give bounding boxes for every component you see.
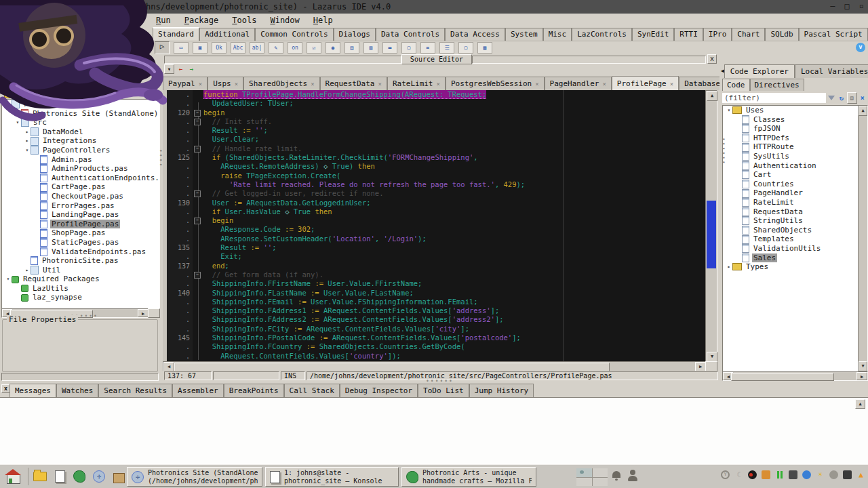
palette-tab-sqldb[interactable]: SQLdb — [765, 28, 798, 41]
collapse-icon[interactable]: ▾ — [14, 118, 21, 127]
tray-settings-tray-icon[interactable] — [829, 470, 838, 479]
uses-item-stringutils[interactable]: StringUtils — [723, 216, 859, 226]
tree-item-admin-pas[interactable]: Admin.pas — [2, 155, 159, 165]
palette-tab-ipro[interactable]: IPro — [703, 28, 732, 41]
tray-media-pause-icon[interactable] — [775, 470, 784, 479]
taskbar-task-1-johns-slate[interactable]: 1: johns@slate -photronic_site — Konsole — [265, 467, 399, 487]
component-icon-16[interactable]: ▢ — [458, 42, 473, 54]
tray-clipboard-icon[interactable] — [762, 470, 770, 479]
palette-tab-data-controls[interactable]: Data Controls — [376, 28, 445, 41]
scroll-up-icon[interactable]: ▲ — [855, 399, 865, 409]
documents-icon[interactable] — [52, 467, 68, 486]
bottom-tab-jump-history[interactable]: Jump History — [469, 384, 534, 397]
scroll-down-icon[interactable]: ▼ — [859, 361, 867, 371]
scrollbar-thumb[interactable] — [707, 201, 716, 268]
palette-tab-lazcontrols[interactable]: LazControls — [572, 28, 632, 41]
tree-item-staticpages-pas[interactable]: StaticPages.pas — [2, 238, 159, 247]
expand-icon[interactable]: ▸ — [24, 266, 31, 275]
uses-vscrollbar[interactable]: ▲ ▼ — [858, 105, 868, 372]
navigate-forward-icon[interactable]: → — [187, 65, 196, 73]
bottom-tab-debug-inspector[interactable]: Debug Inspector — [340, 384, 418, 397]
palette-tab-system[interactable]: System — [505, 28, 543, 41]
desktop-1[interactable] — [576, 468, 592, 477]
tree-item-landingpage-pas[interactable]: LandingPage.pas — [2, 210, 159, 220]
menu-package[interactable]: Package — [179, 14, 224, 26]
bottom-tab-call-stack[interactable]: Call Stack — [284, 384, 340, 397]
scroll-up-icon[interactable]: ▲ — [859, 106, 867, 116]
close-icon[interactable]: ▫ — [859, 1, 864, 11]
bottom-tab-assembler[interactable]: Assembler — [172, 384, 224, 397]
refresh-icon[interactable]: ↻ — [837, 93, 846, 103]
unit-dropdown-icon[interactable]: ▾ — [164, 64, 174, 74]
tree-item-laz-synapse[interactable]: laz_synapse — [2, 293, 159, 302]
bottom-tab-messages[interactable]: Messages — [9, 384, 56, 397]
uses-item-templates[interactable]: Templates — [723, 235, 859, 244]
palette-tab-additional[interactable]: Additional — [199, 28, 255, 41]
palette-tab-synedit[interactable]: SynEdit — [632, 28, 674, 41]
tree-item-integrations[interactable]: ▸Integrations — [2, 136, 159, 146]
component-icon-6[interactable]: ✎ — [269, 42, 283, 54]
fold-column[interactable]: − — [193, 189, 203, 198]
close-tab-icon[interactable]: × — [535, 81, 538, 87]
desktop-4[interactable] — [593, 478, 608, 487]
tree-item-files[interactable]: ▾Files — [2, 100, 159, 109]
filter-funnel-icon[interactable] — [827, 93, 836, 103]
home-button[interactable] — [2, 467, 24, 486]
taskbar-task-photronic-arts-unique[interactable]: Photronic Arts - uniquehandmade crafts —… — [401, 467, 536, 487]
code-editor[interactable]: .function TProfilePage.HandleFormChangeS… — [163, 90, 705, 361]
scrollbar-thumb[interactable] — [731, 373, 834, 381]
palette-tab-dialogs[interactable]: Dialogs — [334, 28, 376, 41]
tray-volume-icon[interactable] — [789, 470, 797, 479]
uses-hscrollbar[interactable]: ◀ ▶ — [722, 371, 868, 381]
uses-item-httproute[interactable]: HTTPRoute — [723, 142, 859, 152]
palette-overflow-chevron-icon[interactable]: v — [856, 43, 865, 52]
fold-column[interactable]: − — [193, 270, 203, 279]
desktop-2[interactable] — [593, 468, 608, 477]
tree-item-lazutils[interactable]: LazUtils — [2, 284, 159, 293]
palette-tab-misc[interactable]: Misc — [543, 28, 572, 41]
uses-root[interactable]: ▾Uses — [723, 106, 859, 115]
tree-item-errorpages-pas[interactable]: ErrorPages.pas — [2, 201, 159, 211]
fold-collapse-icon[interactable]: − — [194, 119, 201, 125]
editor-tab-pagehandler[interactable]: PageHandler× — [545, 77, 612, 90]
uses-item-classes[interactable]: Classes — [723, 115, 859, 125]
tray-updates-icon[interactable]: ▲ — [856, 470, 865, 479]
tab-local-variables[interactable]: Local Variables — [795, 64, 868, 78]
tree-item-util[interactable]: ▸Util — [2, 266, 159, 275]
menu-help[interactable]: Help — [308, 14, 338, 26]
uses-item-sharedobjects[interactable]: SharedObjects — [723, 226, 859, 235]
component-icon-3[interactable]: Ok — [212, 42, 226, 54]
collapse-icon[interactable]: ▾ — [24, 146, 31, 155]
close-tab-icon[interactable]: × — [378, 81, 381, 87]
window-titlebar[interactable]: (/home/johns/development/photronic_site)… — [0, 0, 868, 14]
navigate-back-icon[interactable]: ← — [176, 65, 185, 73]
subtab-directives[interactable]: Directives — [750, 79, 804, 91]
tray-keyboard-layout-icon[interactable]: Y — [721, 470, 730, 479]
uses-item-sales[interactable]: Sales — [723, 253, 859, 263]
palette-tab-chart[interactable]: Chart — [732, 28, 765, 41]
bottom-tab-watches[interactable]: Watches — [56, 384, 98, 397]
menu-run[interactable]: Run — [151, 14, 176, 26]
component-icon-4[interactable]: Abc — [231, 42, 245, 54]
uses-item-sysutils[interactable]: SysUtils — [723, 152, 859, 161]
uses-item-authentication[interactable]: Authentication — [723, 161, 859, 171]
editor-tab-usps[interactable]: Usps× — [208, 77, 243, 90]
fold-collapse-icon[interactable]: − — [194, 110, 201, 117]
tree-item-photronics-site-standalone[interactable]: Photronics Site (StandAlone) — [2, 109, 159, 119]
clear-icon[interactable]: × — [859, 93, 867, 103]
palette-tab-pascal-script[interactable]: Pascal Script — [799, 28, 868, 41]
close-editor-icon[interactable]: x — [707, 54, 717, 64]
uses-item-ratelimit[interactable]: RateLimit — [723, 198, 859, 207]
uses-item-cart[interactable]: Cart — [723, 170, 859, 180]
collapse-icon[interactable]: ▾ — [726, 106, 732, 115]
tree-item-shoppage-pas[interactable]: ShopPage.pas — [2, 228, 159, 238]
uses-item-validationutils[interactable]: ValidationUtils — [723, 244, 859, 253]
component-icon-14[interactable]: ≡ — [420, 42, 435, 54]
scroll-up-icon[interactable]: ▲ — [707, 91, 717, 101]
fold-column[interactable]: − — [193, 144, 203, 153]
tree-item-profilepage-pas[interactable]: ProfilePage.pas — [2, 220, 159, 229]
scroll-right-icon[interactable]: ▶ — [856, 372, 867, 380]
fold-collapse-icon[interactable]: − — [194, 146, 201, 152]
component-icon-2[interactable]: ▣ — [193, 42, 208, 54]
tree-item-required-packages[interactable]: ▾Required Packages — [2, 274, 159, 284]
